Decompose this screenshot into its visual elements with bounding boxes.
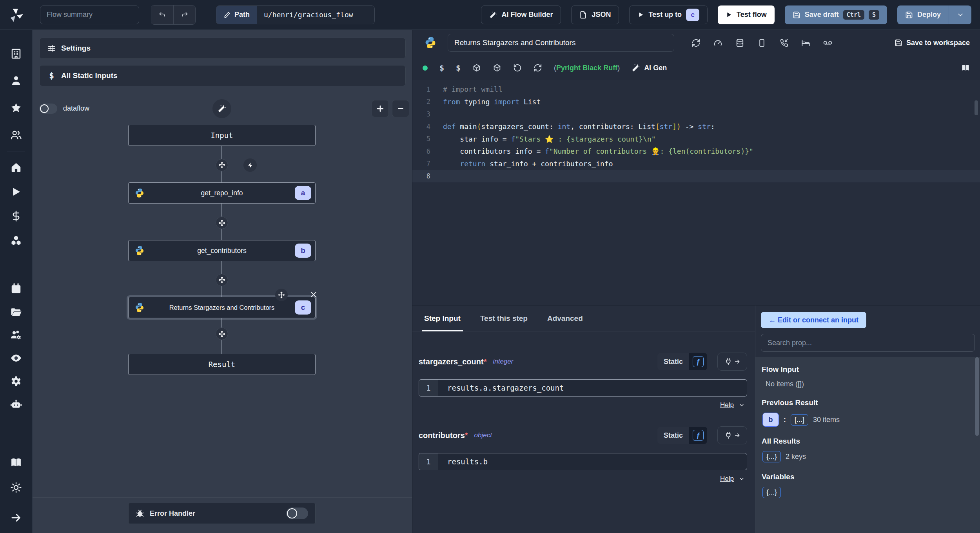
audit-logs-eye-icon[interactable] [10,352,22,364]
script-library-book-icon[interactable] [961,64,970,72]
expand-sidebar-arrow-icon[interactable] [10,512,22,524]
early-return-phone-icon[interactable] [779,38,788,47]
step-node-c-selected[interactable]: Returns Stargazers and Contributors c [128,297,316,318]
editor-scrollbar[interactable] [975,100,978,115]
variables-object-chip[interactable]: {...} [762,487,781,498]
step-node-a[interactable]: get_repo_info a [128,182,316,204]
reset-rotate-ccw-icon[interactable] [513,64,522,72]
step-title-input[interactable] [448,34,674,52]
delete-node-button[interactable] [310,291,318,299]
users-icon[interactable] [10,129,22,141]
input-node-label: Input [211,131,233,140]
code-line[interactable]: 2from typing import List [412,96,980,108]
code-line[interactable]: 3 [412,108,980,120]
variables-dollar-icon[interactable]: $ [439,63,444,73]
help-link[interactable]: Help [720,401,734,409]
tab-test-this-step[interactable]: Test this step [480,306,528,331]
concurrency-square-icon[interactable] [757,38,766,47]
path-label[interactable]: Path [216,6,257,24]
favorites-star-icon[interactable] [10,102,22,114]
all-static-inputs-button[interactable]: $ All Static Inputs [39,65,406,86]
retries-refresh-icon[interactable] [691,38,701,47]
search-prop-input[interactable] [761,334,975,352]
step-node-b[interactable]: get_contributors b [128,240,316,261]
connect-input-button[interactable] [717,353,747,371]
prop-panel-scrollbar[interactable] [975,357,979,436]
package-box-icon[interactable] [472,64,481,72]
move-node-handle[interactable] [275,289,288,301]
resources-boxes-icon[interactable] [10,235,22,246]
connect-input-button[interactable] [717,426,747,444]
json-button[interactable]: JSON [571,5,619,24]
early-stop-gauge-icon[interactable] [713,38,722,47]
workspace-icon[interactable] [10,48,22,60]
help-link[interactable]: Help [720,475,734,483]
folders-icon[interactable] [10,306,22,318]
wand-icon [489,11,497,19]
code-line[interactable]: 4def main(stargazers_count: int, contrib… [412,120,980,133]
tab-step-input[interactable]: Step Input [424,306,461,331]
path-input[interactable] [257,6,374,24]
code-line[interactable]: 8 [412,170,980,182]
cache-database-icon[interactable] [735,38,744,47]
all-results-object-chip[interactable]: {...} [762,451,781,462]
code-line[interactable]: 5 star_info = f"Stars ⭐ : {stargazers_co… [412,133,980,145]
previous-result-step-badge[interactable]: b [762,413,779,427]
code-assistants-status[interactable]: (Pyright Black Ruff) [554,64,620,72]
chevron-down-icon[interactable] [739,402,745,408]
runs-play-icon[interactable] [10,186,22,198]
test-up-to-button[interactable]: Test up to c [629,5,708,24]
dataflow-toggle[interactable] [39,104,57,114]
code-line[interactable]: 6 contributors_info = f"Number of contri… [412,145,980,158]
code-editor[interactable]: 1# import wmill2from typing import List3… [412,80,980,305]
edit-or-connect-button[interactable]: ← Edit or connect an input [761,312,866,328]
error-handler-toggle[interactable] [286,508,308,519]
ai-gen-button[interactable]: AI Gen [632,64,667,72]
package-box-icon[interactable] [493,64,501,72]
code-line[interactable]: 7 return star_info + contributors_info [412,158,980,170]
deploy-button[interactable]: Deploy [897,5,949,24]
redo-button[interactable] [173,5,195,24]
home-icon[interactable] [10,162,22,173]
deploy-dropdown-button[interactable] [949,5,971,24]
ai-bot-icon[interactable] [10,398,22,410]
expr-editor-stargazers[interactable]: 1 results.a.stargazers_count [419,379,747,397]
result-node[interactable]: Result [128,354,316,375]
user-icon[interactable] [10,75,22,86]
sleep-bed-icon[interactable] [801,38,810,47]
docs-book-icon[interactable] [10,457,22,468]
error-handler-node[interactable]: Error Handler [128,503,316,524]
expr-editor-contributors[interactable]: 1 results.b [419,453,747,470]
input-node[interactable]: Input [128,125,316,146]
zoom-out-button[interactable] [392,100,409,117]
previous-result-array-chip[interactable]: [...] [791,414,808,426]
flow-summary-input[interactable] [40,5,139,24]
flow-settings-button[interactable]: Settings [39,38,406,59]
theme-sun-icon[interactable] [10,482,22,493]
undo-button[interactable] [151,5,173,24]
ai-wand-button[interactable] [212,99,231,118]
add-step-button[interactable] [216,274,228,286]
static-fn-toggle[interactable]: Static f [657,353,707,370]
save-draft-button[interactable]: Save draft Ctrl S [785,5,887,24]
add-step-button[interactable] [216,216,228,229]
all-results-heading: All Results [762,437,974,446]
static-fn-toggle[interactable]: Static f [657,427,707,444]
groups-users-cog-icon[interactable] [10,329,22,341]
reload-refresh-icon[interactable] [534,64,542,72]
mock-voicemail-icon[interactable] [823,38,832,47]
trigger-bolt-button[interactable] [243,158,257,172]
resources-dollar-icon[interactable]: $ [456,63,461,73]
add-step-button[interactable] [216,327,228,340]
save-to-workspace-button[interactable]: Save to workspace [895,39,970,47]
variables-dollar-icon[interactable] [10,210,22,222]
tab-advanced[interactable]: Advanced [547,306,583,331]
add-step-button[interactable] [216,159,228,171]
code-line[interactable]: 1# import wmill [412,83,980,96]
chevron-down-icon[interactable] [739,476,745,482]
settings-gear-icon[interactable] [10,375,22,387]
zoom-in-button[interactable] [372,100,389,117]
schedules-calendar-icon[interactable] [10,283,22,295]
test-flow-button[interactable]: Test flow [718,5,775,24]
ai-flow-builder-button[interactable]: AI Flow Builder [481,5,561,24]
